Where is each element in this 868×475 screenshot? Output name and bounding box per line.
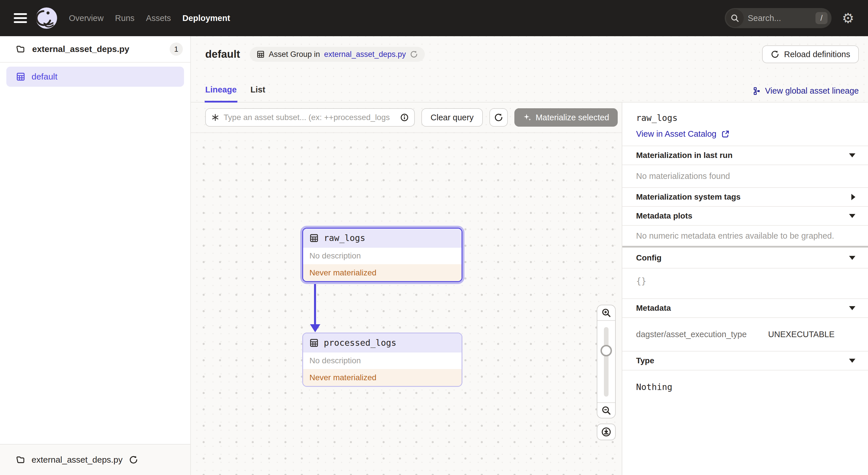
section-materialization-last-run[interactable]: Materialization in last run [622,146,868,165]
asset-node-description: No description [303,247,462,264]
asset-group-icon [257,50,265,58]
op-selector-icon [211,113,220,122]
lineage-edge [314,282,316,326]
asset-node-processed-logs[interactable]: processed_logs No description Never mate… [302,332,462,387]
hamburger-menu-icon[interactable] [14,13,27,23]
zoom-slider-handle[interactable] [600,345,612,356]
search-icon [726,9,744,27]
metadata-value: UNEXECUTABLE [768,330,835,339]
tabs-bar: Lineage List View global asset lineage [191,81,868,102]
breadcrumb-code-location-link[interactable]: external_asset_deps.py [324,50,406,59]
folder-icon [16,455,25,465]
metadata-row: dagster/asset_execution_type UNEXECUTABL… [622,317,868,351]
tab-lineage[interactable]: Lineage [205,85,237,102]
view-global-asset-lineage-link[interactable]: View global asset lineage [752,86,859,102]
global-search[interactable]: / [725,8,832,28]
page-title: default [205,48,240,60]
section-config[interactable]: Config [622,247,868,268]
asset-subset-input-wrap [205,108,415,127]
section-label: Materialization system tags [636,192,741,202]
panel-asset-name: raw_logs [636,113,857,123]
asset-node-raw-logs[interactable]: raw_logs No description Never materializ… [302,228,462,282]
nav-item-deployment[interactable]: Deployment [183,13,230,23]
config-value: {} [622,268,868,298]
sidebar-item-label: default [32,72,57,82]
asset-node-status: Never materialized [303,369,462,386]
zoom-in-button[interactable] [597,305,615,321]
code-location-name: external_asset_deps.py [32,44,129,54]
view-in-asset-catalog-link[interactable]: View in Asset Catalog [636,129,730,139]
type-value: Nothing [622,370,868,475]
clear-query-button[interactable]: Clear query [422,108,483,127]
breadcrumb: Asset Group in external_asset_deps.py [250,47,425,62]
graph-toolbar: Clear query Materialize selected [191,102,622,133]
section-label: Metadata plots [636,211,692,220]
refresh-icon[interactable] [410,50,418,58]
top-nav: Overview Runs Assets Deployment / ⚙ [0,0,868,36]
asset-node-status: Never materialized [303,264,462,281]
footer-code-location-name: external_asset_deps.py [32,455,123,465]
dagster-app: Overview Runs Assets Deployment / ⚙ exte… [0,0,868,475]
last-run-empty-text: No materializations found [622,165,868,187]
chevron-down-icon [849,153,856,157]
refresh-icon [771,50,779,59]
nav-links: Overview Runs Assets Deployment [69,13,230,23]
chevron-right-icon [851,194,856,200]
sidebar-footer: external_asset_deps.py [0,444,190,475]
section-metadata-plots[interactable]: Metadata plots [622,206,868,225]
refresh-graph-button[interactable] [489,108,508,127]
section-label: Type [636,356,654,365]
download-graph-button[interactable] [597,424,616,440]
sidebar-code-location[interactable]: external_asset_deps.py 1 [0,36,190,63]
chevron-down-icon [849,214,856,218]
metadata-key: dagster/asset_execution_type [636,330,768,339]
breadcrumb-text: Asset Group in [269,50,320,59]
zoom-controls [597,305,616,418]
asset-node-name: processed_logs [324,338,396,348]
graph-canvas[interactable]: raw_logs No description Never materializ… [191,133,622,475]
asset-node-description: No description [303,352,462,369]
lineage-graph-area: Clear query Materialize selected [191,102,622,475]
view-in-asset-catalog-label: View in Asset Catalog [636,129,716,139]
section-materialization-system-tags[interactable]: Materialization system tags [622,187,868,206]
reload-definitions-button[interactable]: Reload definitions [762,46,859,63]
tab-list[interactable]: List [251,85,266,102]
asset-subset-input[interactable] [224,113,396,122]
chevron-down-icon [849,306,856,310]
chevron-down-icon [849,359,856,363]
section-type[interactable]: Type [622,351,868,370]
external-link-icon [721,130,730,139]
asset-table-icon [309,234,319,243]
section-label: Materialization in last run [636,151,733,160]
reload-definitions-label: Reload definitions [784,50,850,59]
metadata-plots-empty-text: No numeric metadata entries available to… [622,225,868,246]
zoom-slider [597,321,615,402]
zoom-slider-track[interactable] [604,327,609,396]
nav-item-runs[interactable]: Runs [115,13,135,23]
sidebar-item-default-group[interactable]: default [6,67,184,87]
sparkle-icon [523,113,532,122]
section-label: Config [636,253,662,263]
reload-location-icon[interactable] [129,455,138,464]
search-shortcut-badge: / [815,12,828,24]
asset-details-panel: raw_logs View in Asset Catalog Materiali… [622,102,868,475]
gear-icon[interactable]: ⚙ [842,11,854,25]
materialize-selected-button[interactable]: Materialize selected [515,108,618,127]
asset-count-badge: 1 [169,42,183,56]
main-area: default Asset Group in external_asset_de… [191,36,868,475]
view-global-asset-lineage-label: View global asset lineage [765,86,859,96]
nav-item-assets[interactable]: Assets [146,13,171,23]
info-icon[interactable] [400,113,409,122]
asset-group-icon [16,72,25,81]
folder-icon [16,44,25,54]
zoom-out-button[interactable] [597,402,615,418]
nav-item-overview[interactable]: Overview [69,13,104,23]
asset-node-name: raw_logs [324,233,365,243]
lineage-graph-icon [752,87,761,95]
search-input[interactable] [748,13,815,23]
lineage-edge-arrowhead [310,324,320,332]
chevron-down-icon [849,256,856,260]
page-header: default Asset Group in external_asset_de… [191,36,868,102]
dagster-logo[interactable] [36,7,57,29]
section-metadata[interactable]: Metadata [622,298,868,317]
